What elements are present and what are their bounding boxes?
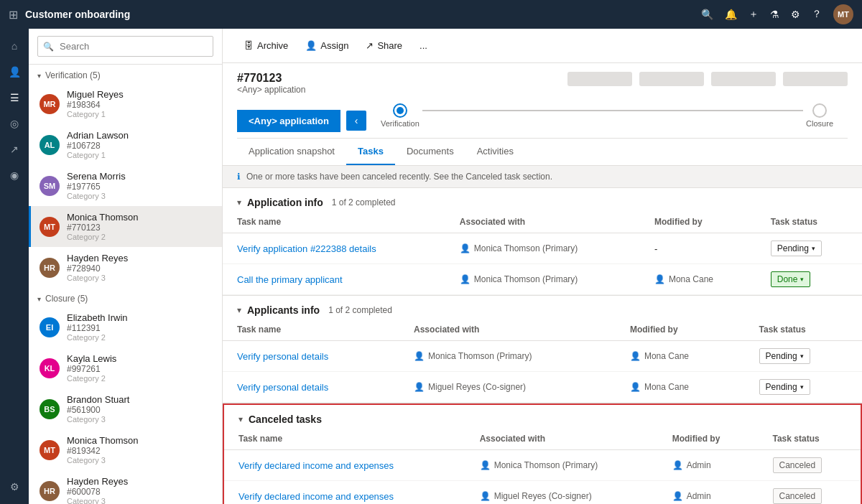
chevron-down-icon: ▾ [238, 414, 243, 424]
grid-icon[interactable]: ⊞ [9, 8, 18, 22]
modified-by-cell: 👤Mona Cane [654, 274, 742, 284]
settings-icon[interactable]: ⚙ [791, 9, 800, 20]
nav-list-icon[interactable]: ☰ [3, 86, 26, 109]
archive-button[interactable]: 🗄 Archive [237, 36, 295, 55]
modified-by-cell: 👤Admin [658, 481, 759, 505]
task-link[interactable]: Verify personal details [237, 382, 328, 393]
sidebar-item[interactable]: SM Serena Morris #197765 Category 3 [29, 165, 222, 206]
share-button[interactable]: ↗ Share [358, 36, 409, 55]
avatar: KL [40, 358, 60, 378]
status-badge-done[interactable]: Done ▾ [771, 271, 811, 287]
sidebar-item-name: Hayden Reyes [67, 253, 213, 263]
associated-person: 👤Monica Thomson (Primary) [460, 243, 626, 253]
task-table-applicants-info: Task nameAssociated withModified byTask … [223, 319, 862, 403]
task-link[interactable]: Verify application #222388 details [237, 243, 376, 254]
nav-back-button[interactable]: ‹ [346, 111, 366, 131]
share-icon: ↗ [366, 40, 374, 51]
sidebar-item-category: Category 3 [67, 497, 213, 504]
task-link[interactable]: Verify declared income and expenses [238, 491, 394, 502]
sidebar-item[interactable]: EI Elizabeth Irwin #112391 Category 2 [29, 307, 222, 347]
status-badge-pending[interactable]: Pending ▾ [759, 379, 810, 395]
status-badge-pending[interactable]: Pending ▾ [759, 348, 810, 364]
sidebar-item[interactable]: AL Adrian Lawson #106728 Category 1 [29, 124, 222, 165]
avatar: HR [40, 258, 60, 278]
person-icon: 👤 [414, 351, 425, 361]
col-header: Task name [223, 319, 399, 341]
sidebar-item-id: #198364 [67, 100, 213, 110]
status-badge-pending[interactable]: Pending ▾ [771, 241, 822, 256]
person-icon: 👤 [480, 460, 491, 470]
chevron-icon: ▾ [37, 295, 41, 303]
placeholder-2 [639, 72, 704, 86]
sidebar-item-id: #600078 [67, 487, 213, 497]
task-status-cell: Canceled [759, 481, 861, 505]
chevron-icon: ▾ [37, 72, 41, 80]
progress-step-verification[interactable]: Verification [381, 103, 420, 128]
col-header: Associated with [399, 319, 616, 341]
sidebar-item-info: Elizabeth Irwin #112391 Category 2 [67, 312, 213, 342]
assign-button[interactable]: 👤 Assign [298, 36, 356, 55]
topbar: ⊞ Customer onboarding 🔍 🔔 ＋ ⚗ ⚙ ？ MT [0, 0, 862, 29]
avatar: MR [40, 94, 60, 114]
sidebar-item-id: #106728 [67, 141, 213, 151]
task-status-cell: Pending ▾ [756, 233, 862, 264]
nav-tab-activities[interactable]: Activities [465, 139, 525, 165]
modified-by-cell: 👤Mona Cane [630, 351, 731, 361]
section-header-canceled-tasks[interactable]: ▾ Canceled tasks [224, 405, 861, 428]
nav-tab-application-snapshot[interactable]: Application snapshot [237, 139, 346, 165]
bell-icon[interactable]: 🔔 [725, 9, 737, 20]
filter-icon[interactable]: ⚗ [770, 9, 779, 20]
section-header-application-info[interactable]: ▾ Application info 1 of 2 completed [223, 188, 862, 211]
nav-tab-documents[interactable]: Documents [395, 139, 465, 165]
modified-by-cell: 👤Admin [672, 460, 744, 470]
sidebar-item-info: Miguel Reyes #198364 Category 1 [67, 89, 213, 118]
sidebar-item[interactable]: MR Miguel Reyes #198364 Category 1 [29, 83, 222, 124]
plus-icon[interactable]: ＋ [749, 8, 759, 21]
task-link[interactable]: Verify declared income and expenses [238, 460, 394, 471]
modified-by-cell: 👤Mona Cane [616, 341, 745, 372]
search-icon: 🔍 [43, 42, 54, 52]
nav-graph-icon[interactable]: ↗ [3, 138, 26, 161]
sidebar-item-name: Kayla Lewis [67, 353, 213, 364]
sidebar-item[interactable]: KL Kayla Lewis #997261 Category 2 [29, 347, 222, 388]
nav-eye-icon[interactable]: ◉ [3, 164, 26, 187]
col-header: Task status [756, 211, 862, 233]
search-topbar-icon[interactable]: 🔍 [701, 9, 713, 20]
avatar: BS [40, 399, 60, 419]
modified-by-cell: 👤Mona Cane [630, 382, 731, 392]
associated-with-cell: 👤Monica Thomson (Primary) [465, 450, 658, 481]
avatar: MT [40, 217, 60, 237]
col-header: Task name [223, 211, 445, 233]
sidebar-item[interactable]: HR Hayden Reyes #728940 Category 3 [29, 247, 222, 288]
nav-chart-icon[interactable]: ◎ [3, 112, 26, 135]
sidebar-item-id: #997261 [67, 364, 213, 374]
avatar[interactable]: MT [833, 4, 853, 24]
section-header-applicants-info[interactable]: ▾ Applicants info 1 of 2 completed [223, 296, 862, 319]
archive-icon: 🗄 [244, 40, 254, 51]
table-row: Verify declared income and expenses 👤Mon… [224, 450, 861, 481]
nav-active-item[interactable]: <Any> application [237, 110, 340, 132]
sidebar-item[interactable]: HR Hayden Reyes #600078 Category 3 [29, 470, 222, 504]
task-link[interactable]: Verify personal details [237, 351, 328, 362]
nav-tab-tasks[interactable]: Tasks [346, 139, 395, 165]
sidebar-group-header[interactable]: ▾Closure (5) [29, 288, 222, 307]
nav-person-icon[interactable]: 👤 [3, 60, 26, 83]
nav-home-icon[interactable]: ⌂ [3, 34, 26, 57]
search-input[interactable] [37, 36, 213, 57]
sidebar-item-info: Monica Thomson #819342 Category 3 [67, 435, 213, 465]
task-link[interactable]: Call the primary applicant [237, 274, 343, 285]
sidebar-item[interactable]: MT Monica Thomson #819342 Category 3 [29, 429, 222, 470]
sidebar-group-header[interactable]: ▾Verification (5) [29, 65, 222, 83]
help-icon[interactable]: ？ [812, 8, 822, 21]
associated-person: 👤Miguel Reyes (Co-signer) [414, 382, 601, 392]
more-button[interactable]: ... [412, 36, 435, 55]
nav-gear-icon[interactable]: ⚙ [3, 475, 26, 498]
topbar-actions: 🔍 🔔 ＋ ⚗ ⚙ ？ MT [701, 4, 853, 24]
sidebar-search-area: 🔍 [29, 29, 222, 65]
col-header: Task status [745, 319, 862, 341]
progress-step-closure[interactable]: Closure [806, 103, 833, 128]
sidebar-item-id: #819342 [67, 446, 213, 456]
sidebar-item[interactable]: BS Brandon Stuart #561900 Category 3 [29, 388, 222, 429]
sidebar-item-category: Category 3 [67, 192, 213, 200]
sidebar-item[interactable]: MT Monica Thomson #770123 Category 2 [29, 206, 222, 247]
